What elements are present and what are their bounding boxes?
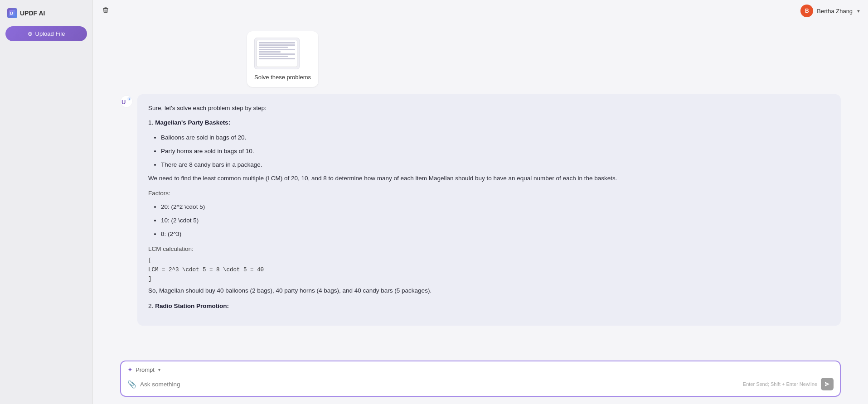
- input-hint: Enter Send; Shift + Enter Newline: [743, 381, 817, 387]
- prompt-label: Prompt: [136, 366, 155, 373]
- input-area: ✦ Prompt ▾ 📎 Enter Send; Shift + Enter N…: [93, 356, 868, 404]
- document-thumbnail: [254, 38, 300, 69]
- send-button[interactable]: [821, 378, 834, 390]
- section-1-bullets: Balloons are sold in bags of 20. Party h…: [148, 133, 830, 170]
- upload-icon: ⊕: [28, 30, 33, 37]
- prompt-bar: ✦ Prompt ▾: [121, 361, 840, 375]
- factors-label: Factors:: [148, 188, 830, 198]
- lcm-label: LCM calculation:: [148, 244, 830, 254]
- section-2-title: Radio Station Promotion:: [155, 303, 229, 309]
- prompt-dropdown-arrow[interactable]: ▾: [158, 367, 160, 372]
- upload-file-button[interactable]: ⊕ Upload File: [5, 26, 87, 41]
- factor-2: 10: (2 \cdot 5): [161, 216, 830, 226]
- section-1-conclusion: So, Magellan should buy 40 balloons (2 b…: [148, 286, 830, 296]
- svg-text:U: U: [121, 99, 126, 106]
- ai-message: U ✦ Sure, let's solve each problem step …: [93, 94, 868, 326]
- topbar: B Bertha Zhang ▼: [93, 0, 868, 22]
- section-1-number: 1.: [148, 119, 153, 126]
- svg-text:U: U: [10, 11, 13, 16]
- ai-response-bubble: Sure, let's solve each problem step by s…: [137, 94, 841, 326]
- user-avatar: B: [800, 5, 813, 17]
- factor-1: 20: (2^2 \cdot 5): [161, 202, 830, 212]
- ai-avatar: U ✦: [120, 95, 133, 108]
- svg-rect-3: [105, 7, 107, 8]
- logo-icon: U: [7, 8, 17, 18]
- ai-logo-icon: U ✦: [120, 95, 133, 108]
- lcm-line-2: LCM = 2^3 \cdot 5 = 8 \cdot 5 = 40: [148, 265, 830, 275]
- lcm-math: [ LCM = 2^3 \cdot 5 = 8 \cdot 5 = 40 ]: [148, 256, 830, 284]
- bullet-2: Party horns are sold in bags of 10.: [161, 146, 830, 156]
- factor-3: 8: (2^3): [161, 229, 830, 239]
- attach-icon[interactable]: 📎: [127, 380, 136, 389]
- bullet-3: There are 8 candy bars in a package.: [161, 160, 830, 170]
- ask-input[interactable]: [140, 381, 739, 388]
- sidebar: U UPDF AI ⊕ Upload File: [0, 0, 93, 404]
- user-name: Bertha Zhang: [817, 8, 853, 14]
- topbar-left: [100, 5, 111, 17]
- section-2-number: 2.: [148, 303, 153, 309]
- section-1: 1.Magellan's Party Baskets: Balloons are…: [148, 118, 830, 296]
- chat-area: Solve these problems U ✦ Sure, let's sol…: [93, 22, 868, 356]
- delete-button[interactable]: [100, 5, 111, 17]
- bullet-1: Balloons are sold in bags of 20.: [161, 133, 830, 143]
- send-icon: [824, 381, 830, 387]
- sparkle-icon: ✦: [127, 366, 133, 373]
- trash-icon: [102, 6, 109, 14]
- svg-text:✦: ✦: [128, 98, 131, 101]
- lcm-line-3: ]: [148, 274, 830, 284]
- main-panel: B Bertha Zhang ▼: [93, 0, 868, 404]
- topbar-right: B Bertha Zhang ▼: [800, 5, 861, 17]
- input-field-row: 📎 Enter Send; Shift + Enter Newline: [121, 375, 840, 396]
- avatar-initial: B: [805, 8, 809, 14]
- user-message-text: Solve these problems: [254, 74, 311, 81]
- app-logo: U UPDF AI: [5, 5, 87, 21]
- section-1-text1: We need to find the least common multipl…: [148, 173, 830, 183]
- section-1-title: Magellan's Party Baskets:: [155, 119, 230, 126]
- app-name: UPDF AI: [20, 10, 45, 17]
- section-2: 2.Radio Station Promotion:: [148, 301, 830, 311]
- factors-list: 20: (2^2 \cdot 5) 10: (2 \cdot 5) 8: (2^…: [148, 202, 830, 240]
- user-message: Solve these problems: [93, 31, 868, 87]
- user-menu-chevron[interactable]: ▼: [856, 9, 861, 14]
- input-container: ✦ Prompt ▾ 📎 Enter Send; Shift + Enter N…: [120, 361, 841, 397]
- upload-button-label: Upload File: [35, 30, 65, 37]
- lcm-line-1: [: [148, 256, 830, 265]
- ai-intro: Sure, let's solve each problem step by s…: [148, 103, 830, 113]
- user-bubble: Solve these problems: [247, 31, 318, 87]
